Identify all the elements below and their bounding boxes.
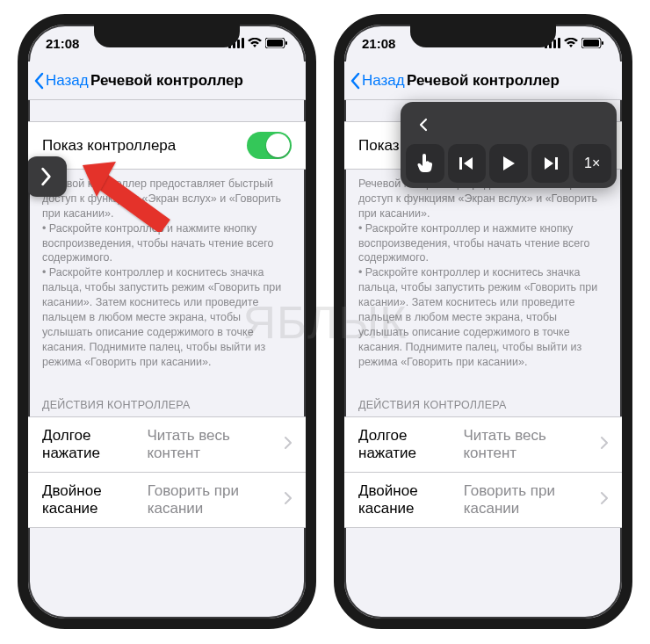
double-tap-row[interactable]: Двойное касание Говорить при касании (344, 473, 622, 528)
phone-right: 21:08 Назад Речевой контроллер (334, 14, 632, 629)
svg-rect-5 (267, 40, 283, 47)
chevron-right-icon (285, 436, 292, 453)
show-controller-label: Показ контроллера (42, 137, 176, 155)
actions-header: ДЕЙСТВИЯ КОНТРОЛЛЕРА (344, 383, 622, 416)
svg-rect-13 (602, 41, 603, 45)
skip-back-icon (458, 156, 475, 171)
long-press-row[interactable]: Долгое нажатие Читать весь контент (28, 416, 306, 473)
chevron-right-icon (601, 491, 608, 509)
speech-controller-collapsed[interactable] (26, 156, 67, 197)
notch (410, 23, 556, 47)
controller-prev-button[interactable] (448, 144, 487, 183)
svg-rect-10 (558, 38, 560, 48)
wifi-icon (564, 38, 578, 48)
actions-header: ДЕЙСТВИЯ КОНТРОЛЛЕРА (28, 383, 306, 416)
page-title: Речевой контроллер (407, 72, 560, 90)
nav-bar: Назад Речевой контроллер (344, 62, 622, 100)
chevron-left-icon (419, 118, 428, 132)
phone-left: 21:08 Назад Речевой контроллер (18, 14, 316, 629)
status-time: 21:08 (46, 36, 79, 51)
controller-collapse-button[interactable] (409, 111, 437, 139)
svg-rect-15 (555, 157, 558, 170)
battery-icon (581, 38, 604, 48)
description-text: Речевой контроллер предоставляет быстрый… (344, 170, 622, 383)
play-icon (501, 155, 516, 172)
controller-next-button[interactable] (531, 144, 570, 183)
svg-rect-6 (285, 41, 287, 45)
double-tap-value: Говорить при касании (148, 482, 279, 517)
double-tap-label: Двойное касание (358, 482, 464, 517)
controller-rate-button[interactable]: 1× (573, 144, 611, 183)
back-label: Назад (362, 72, 405, 90)
back-button[interactable]: Назад (350, 62, 405, 99)
status-time: 21:08 (362, 36, 395, 51)
chevron-right-icon (40, 167, 53, 186)
double-tap-label: Двойное касание (42, 482, 148, 517)
double-tap-value: Говорить при касании (464, 482, 596, 517)
wifi-icon (248, 38, 262, 48)
hand-point-icon (415, 153, 435, 174)
svg-rect-12 (583, 40, 599, 47)
long-press-row[interactable]: Долгое нажатие Читать весь контент (344, 416, 622, 473)
long-press-label: Долгое нажатие (42, 427, 147, 462)
battery-icon (265, 38, 288, 48)
nav-bar: Назад Речевой контроллер (28, 62, 306, 100)
page-title: Речевой контроллер (90, 72, 243, 90)
content-area: Показ контроллера Речевой контроллер пре… (28, 100, 306, 619)
long-press-value: Читать весь контент (463, 427, 596, 462)
controller-touch-button[interactable] (406, 144, 444, 183)
speech-controller-expanded[interactable]: 1× (401, 102, 617, 188)
back-button[interactable]: Назад (33, 62, 89, 99)
controller-play-button[interactable] (489, 144, 528, 183)
svg-rect-14 (459, 157, 462, 170)
chevron-right-icon (601, 436, 608, 453)
skip-forward-icon (542, 156, 560, 171)
description-text: Речевой контроллер предоставляет быстрый… (28, 170, 306, 383)
show-controller-toggle[interactable] (247, 132, 292, 159)
double-tap-row[interactable]: Двойное касание Говорить при касании (28, 473, 306, 528)
chevron-right-icon (285, 491, 292, 509)
notch (94, 23, 240, 47)
svg-rect-3 (242, 38, 244, 48)
long-press-value: Читать весь контент (147, 427, 279, 462)
svg-rect-2 (237, 40, 240, 48)
show-controller-row[interactable]: Показ контроллера (28, 121, 306, 170)
long-press-label: Долгое нажатие (358, 427, 463, 462)
controller-rate-label: 1× (584, 156, 600, 171)
svg-rect-9 (553, 40, 556, 48)
back-label: Назад (46, 72, 89, 90)
